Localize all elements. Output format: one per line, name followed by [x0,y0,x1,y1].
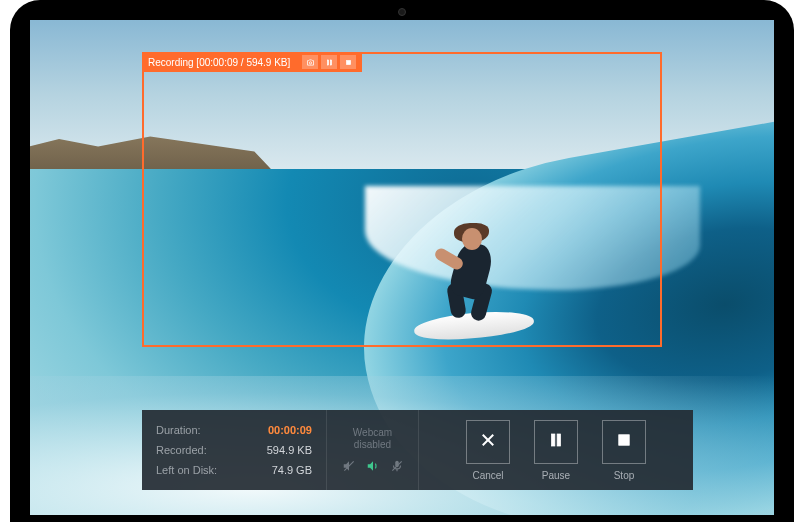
header-stop-button[interactable] [340,55,356,69]
audio-icons-row [341,459,404,474]
svg-rect-1 [327,59,329,64]
stop-action: Stop [602,420,646,481]
capture-region-frame[interactable]: Recording [00:00:09 / 594.9 KB] [142,52,662,347]
svg-point-0 [309,61,311,63]
recorded-value: 594.9 KB [267,441,312,459]
recording-status-text: Recording [00:00:09 / 594.9 KB] [148,57,290,68]
capture-header-buttons [302,55,356,69]
screenshot-button[interactable] [302,55,318,69]
webcam-column: Webcam disabled [327,410,419,490]
pause-icon [547,431,565,452]
svg-rect-2 [330,59,332,64]
webcam-line1: Webcam [353,427,392,439]
capture-header-bar[interactable]: Recording [00:00:09 / 594.9 KB] [142,52,362,72]
action-buttons-column: Cancel Pause Stop [419,410,693,490]
svg-rect-12 [619,435,630,446]
left-on-disk-row: Left on Disk: 74.9 GB [156,461,312,479]
left-on-disk-value: 74.9 GB [272,461,312,479]
pause-label: Pause [542,470,570,481]
duration-value: 00:00:09 [268,421,312,439]
stop-button[interactable] [602,420,646,464]
laptop-camera [398,8,406,16]
webcam-status-text: Webcam disabled [353,427,392,451]
svg-rect-3 [346,60,351,65]
control-panel: Duration: 00:00:09 Recorded: 594.9 KB Le… [142,410,693,490]
header-pause-button[interactable] [321,55,337,69]
duration-label: Duration: [156,421,201,439]
cancel-label: Cancel [472,470,503,481]
recording-info-column: Duration: 00:00:09 Recorded: 594.9 KB Le… [142,410,327,490]
camera-icon [306,55,315,70]
cancel-button[interactable] [466,420,510,464]
system-audio-muted-icon[interactable] [341,459,356,474]
laptop-frame: Recording [00:00:09 / 594.9 KB] [10,0,794,522]
close-icon [479,431,497,452]
mic-muted-icon[interactable] [389,459,404,474]
stop-icon [615,431,633,452]
svg-rect-11 [557,434,560,446]
webcam-line2: disabled [353,439,392,451]
pause-icon [325,55,334,70]
stop-label: Stop [614,470,635,481]
left-on-disk-label: Left on Disk: [156,461,217,479]
recorded-row: Recorded: 594.9 KB [156,441,312,459]
pause-button[interactable] [534,420,578,464]
pause-action: Pause [534,420,578,481]
recorded-label: Recorded: [156,441,207,459]
speaker-on-icon[interactable] [365,459,380,474]
stop-icon [344,55,353,70]
cancel-action: Cancel [466,420,510,481]
duration-row: Duration: 00:00:09 [156,421,312,439]
svg-rect-10 [552,434,555,446]
screen-content: Recording [00:00:09 / 594.9 KB] [30,20,774,515]
